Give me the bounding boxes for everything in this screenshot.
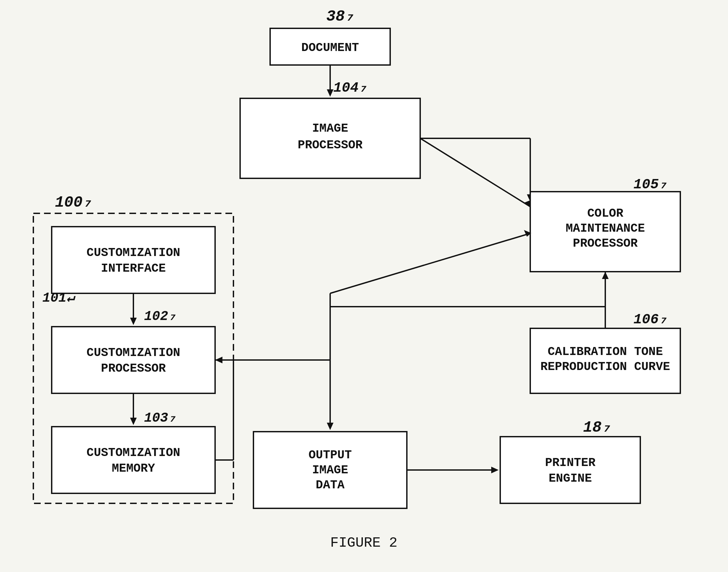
svg-line-17	[330, 233, 530, 293]
customization-interface-label1: CUSTOMIZATION	[87, 246, 181, 260]
printer-engine-block	[500, 437, 640, 503]
ref-103: 103₇	[144, 411, 176, 426]
customization-memory-label2: MEMORY	[112, 462, 155, 475]
customization-memory-label1: CUSTOMIZATION	[87, 446, 181, 460]
color-maintenance-label3: PROCESSOR	[573, 237, 638, 250]
ref-106: 106₇	[634, 312, 667, 328]
ref-101: 101↵	[42, 291, 76, 306]
svg-marker-8	[130, 318, 137, 325]
ref-105: 105₇	[634, 177, 667, 193]
color-maintenance-label1: COLOR	[587, 207, 623, 220]
svg-marker-26	[602, 272, 609, 279]
customization-processor-block	[52, 327, 215, 393]
ref-102: 102₇	[144, 309, 176, 324]
ref-18: 18₇	[583, 419, 611, 436]
ref-100: 100₇	[55, 194, 92, 211]
svg-marker-22	[327, 423, 333, 430]
ref-104: 104₇	[333, 80, 367, 96]
customization-interface-label2: INTERFACE	[101, 262, 166, 275]
calibration-label1: CALIBRATION TONE	[547, 345, 663, 359]
ref-38: 38₇	[327, 8, 354, 25]
svg-marker-24	[491, 467, 499, 473]
diagram: 38₇ DOCUMENT 104₇ IMAGE PROCESSOR 105₇ C…	[0, 0, 728, 572]
printer-engine-label1: PRINTER	[545, 456, 596, 470]
svg-marker-10	[130, 418, 137, 425]
figure-label: FIGURE 2	[330, 535, 398, 551]
color-maintenance-label2: MAINTENANCE	[566, 222, 645, 235]
image-processor-label1: IMAGE	[312, 122, 348, 135]
printer-engine-label2: ENGINE	[548, 472, 592, 485]
customization-processor-label1: CUSTOMIZATION	[87, 346, 181, 360]
customization-interface-block	[52, 227, 215, 293]
output-image-data-label2: IMAGE	[312, 463, 348, 477]
document-label: DOCUMENT	[302, 41, 359, 55]
calibration-label2: REPRODUCTION CURVE	[541, 360, 670, 374]
svg-marker-1	[327, 89, 333, 97]
output-image-data-label1: OUTPUT	[309, 448, 352, 462]
customization-memory-block	[52, 427, 215, 493]
output-image-data-label3: DATA	[316, 478, 345, 492]
image-processor-label2: PROCESSOR	[298, 138, 363, 152]
customization-processor-label2: PROCESSOR	[101, 362, 166, 375]
svg-line-2	[420, 138, 530, 207]
